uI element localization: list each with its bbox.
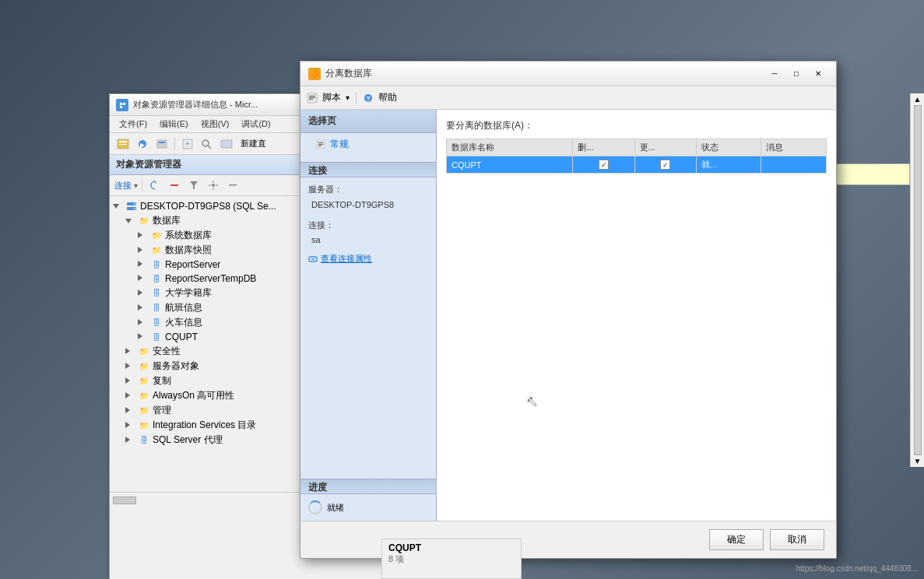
replication-label: 复制: [153, 374, 171, 388]
help-icon: ?: [363, 93, 374, 104]
security-icon: 📁: [138, 346, 150, 358]
svg-rect-23: [216, 185, 218, 186]
toolbar-btn-2[interactable]: ▶: [134, 136, 151, 152]
system-dbs-expand-icon: [138, 232, 150, 240]
svg-marker-18: [190, 181, 198, 189]
right-scroll-track[interactable]: [914, 105, 922, 455]
oe-filter-btn[interactable]: [185, 177, 202, 193]
security-label: 安全性: [153, 345, 181, 358]
svg-rect-37: [318, 144, 323, 145]
system-dbs-icon: 📁: [150, 230, 163, 242]
svg-rect-3: [120, 106, 122, 108]
connection-value: sa: [308, 233, 428, 248]
bottom-db-name: CQUPT: [388, 542, 515, 553]
dialog-controls: ─ □ ✕: [764, 67, 828, 81]
menu-view[interactable]: 视图(V): [196, 117, 234, 132]
dialog-minimize-button[interactable]: ─: [764, 67, 785, 81]
train-expand-icon: [138, 319, 150, 327]
menu-file[interactable]: 文件(F): [114, 117, 152, 132]
toolbar-btn-5[interactable]: [199, 136, 216, 152]
reporttempdb-expand-icon: [138, 275, 150, 282]
cell-update[interactable]: ✓: [634, 156, 696, 174]
table-row[interactable]: CQUPT ✓ ✓ 就...: [447, 156, 827, 174]
dialog-close-button[interactable]: ✕: [808, 67, 828, 81]
agent-icon: 🗄: [138, 434, 150, 447]
right-input-field[interactable]: [836, 170, 906, 179]
oe-collapse-btn[interactable]: [224, 177, 241, 193]
col-header-message: 消息: [761, 139, 827, 156]
flight-label: 航班信息: [165, 301, 202, 314]
dialog-maximize-button[interactable]: □: [786, 67, 806, 81]
menu-debug[interactable]: 调试(D): [237, 117, 275, 132]
cqupt-label: CQUPT: [165, 332, 198, 342]
connect-label[interactable]: 连接: [114, 180, 132, 191]
new-button-label[interactable]: 新建直: [241, 138, 266, 149]
reporttempdb-icon: 🗄: [150, 272, 163, 285]
toolbar-btn-1[interactable]: [114, 136, 132, 152]
agent-expand-icon: [125, 437, 138, 444]
cell-delete[interactable]: ✓: [573, 156, 634, 174]
right-scrollbar[interactable]: ▲ ▼: [910, 93, 924, 467]
svg-rect-20: [213, 181, 214, 183]
train-label: 火车信息: [165, 316, 202, 329]
menu-edit[interactable]: 编辑(E): [155, 117, 193, 132]
oe-settings-btn[interactable]: [205, 177, 222, 193]
right-panel-input[interactable]: [832, 163, 910, 185]
snapshots-icon: 📁: [150, 244, 163, 257]
server-node-label: DESKTOP-DT9GPS8 (SQL Se...: [140, 201, 276, 212]
cqupt-icon: 🗄: [150, 331, 163, 343]
security-expand-icon: [125, 348, 138, 356]
databases-label: 数据库: [153, 214, 181, 227]
svg-line-14: [208, 146, 211, 149]
progress-spinner: [308, 500, 322, 514]
view-connection-link[interactable]: 查看连接属性: [308, 251, 428, 267]
is-label: Integration Services 目录: [153, 419, 256, 432]
databases-expand-icon: [125, 217, 138, 225]
server-key: 服务器：: [308, 182, 428, 198]
flight-icon: 🗄: [150, 302, 163, 314]
snapshots-label: 数据库快照: [165, 244, 212, 257]
server-objects-expand-icon: [125, 363, 138, 370]
scroll-thumb[interactable]: [113, 497, 136, 504]
svg-text:+: +: [185, 140, 189, 148]
svg-rect-10: [159, 142, 165, 143]
toolbar-btn-3[interactable]: [153, 136, 170, 152]
svg-rect-1: [120, 103, 122, 105]
svg-point-28: [134, 208, 135, 209]
col-header-name: 数据库名称: [447, 139, 573, 156]
select-page-header: 选择页: [300, 110, 436, 133]
agent-label: SQL Server 代理: [153, 433, 223, 447]
script-label[interactable]: 脚本: [322, 91, 341, 104]
oe-disconnect-btn[interactable]: [166, 177, 183, 193]
oe-toolbar-divider: [142, 179, 142, 191]
update-checkbox[interactable]: ✓: [660, 160, 670, 170]
ok-button[interactable]: 确定: [709, 529, 764, 550]
svg-rect-22: [209, 185, 211, 186]
url-bar: https://blog.csdn.net/qq_4448308...: [796, 564, 918, 573]
delete-checkbox[interactable]: ✓: [599, 160, 609, 170]
cell-status: 就...: [696, 156, 761, 174]
general-item[interactable]: 常规: [300, 133, 436, 156]
view-connection-text: 查看连接属性: [321, 251, 372, 267]
cancel-button[interactable]: 取消: [770, 529, 824, 550]
help-label[interactable]: 帮助: [378, 91, 397, 104]
toolbar-btn-4[interactable]: +: [179, 136, 196, 152]
toolbar-btn-6[interactable]: [218, 136, 235, 152]
general-label: 常规: [330, 138, 349, 151]
system-dbs-label: 系统数据库: [165, 229, 212, 242]
svg-point-13: [202, 140, 209, 146]
replication-expand-icon: [125, 377, 138, 385]
col-header-update: 更...: [634, 139, 696, 156]
reportserver-expand-icon: [138, 261, 150, 268]
databases-folder-icon: 📁: [138, 215, 150, 227]
progress-row: 就绪: [300, 494, 436, 521]
server-objects-icon: 📁: [138, 360, 150, 373]
dialog-titlebar: 🔶 分离数据库 ─ □ ✕: [300, 61, 836, 86]
university-icon: 🗄: [150, 287, 163, 300]
is-expand-icon: [125, 422, 138, 430]
is-icon: 📁: [138, 419, 150, 432]
dialog-detach-db: 🔶 分离数据库 ─ □ ✕ 脚本 ▾ ? 帮助 选择页: [300, 61, 837, 559]
bottom-status-panel: CQUPT 8 项: [381, 539, 522, 579]
script-dropdown-icon[interactable]: ▾: [346, 93, 350, 102]
oe-refresh-btn[interactable]: [146, 177, 163, 193]
